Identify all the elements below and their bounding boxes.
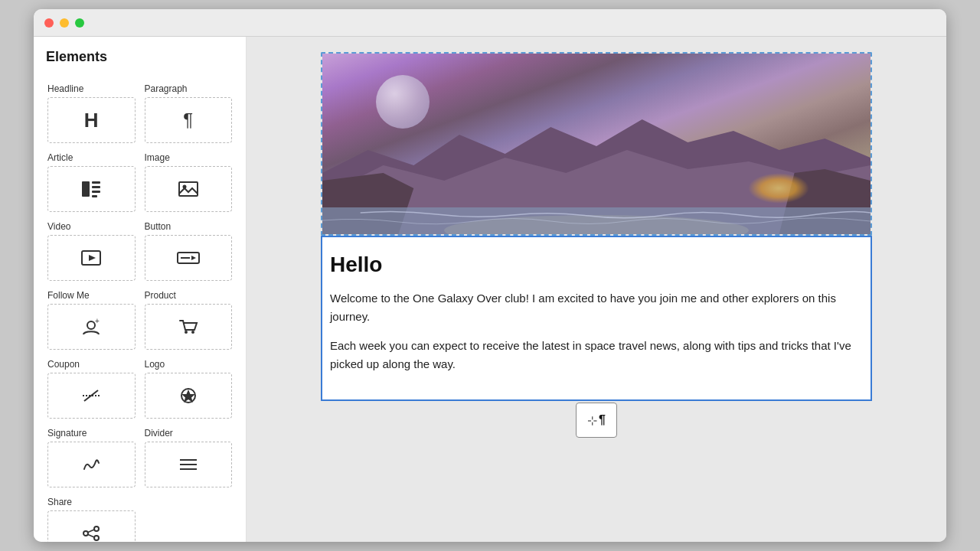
sidebar: Elements Headline H Paragraph ¶ Article xyxy=(34,37,247,542)
paragraph-label: Paragraph xyxy=(145,83,233,94)
email-para-2: Each week you can expect to receive the … xyxy=(330,337,863,373)
sidebar-title: Elements xyxy=(43,49,237,65)
follow-me-button[interactable]: + xyxy=(47,304,136,350)
svg-point-15 xyxy=(191,331,194,334)
app-window: Elements Headline H Paragraph ¶ Article xyxy=(34,9,946,542)
svg-marker-10 xyxy=(191,256,196,260)
button-element-cell: Button xyxy=(140,215,237,284)
email-hello-heading: Hello xyxy=(330,253,863,277)
share-cell: Share xyxy=(43,491,140,542)
product-label: Product xyxy=(145,290,233,301)
article-cell: Article xyxy=(43,146,140,215)
headline-label: Headline xyxy=(47,83,136,94)
signature-cell: Signature xyxy=(43,422,140,491)
video-button[interactable] xyxy=(47,235,136,281)
product-cell: Product xyxy=(140,284,237,353)
svg-rect-5 xyxy=(179,182,198,196)
titlebar xyxy=(34,9,946,37)
svg-point-26 xyxy=(94,536,99,540)
image-label: Image xyxy=(145,152,233,163)
svg-marker-8 xyxy=(89,255,96,261)
content-area: Elements Headline H Paragraph ¶ Article xyxy=(34,37,946,542)
svg-rect-4 xyxy=(92,195,97,197)
svg-line-27 xyxy=(88,530,94,533)
hero-image-block[interactable] xyxy=(321,52,872,236)
move-icon: ⊹ xyxy=(587,413,597,428)
canvas-inner: Hello Welcome to the One Galaxy Over clu… xyxy=(321,52,872,527)
paragraph-cell: Paragraph ¶ xyxy=(140,77,237,146)
video-cell: Video xyxy=(43,215,140,284)
article-button[interactable] xyxy=(47,166,136,212)
button-label: Button xyxy=(145,221,233,232)
headline-button[interactable]: H xyxy=(47,97,136,143)
drag-paragraph-widget[interactable]: ⊹ ¶ xyxy=(576,403,617,438)
svg-point-12 xyxy=(87,321,95,329)
svg-rect-1 xyxy=(92,181,100,184)
logo-label: Logo xyxy=(145,359,233,370)
coupon-cell: Coupon xyxy=(43,353,140,422)
headline-cell: Headline H xyxy=(43,77,140,146)
elements-grid: Headline H Paragraph ¶ Article xyxy=(43,77,237,542)
minimize-button[interactable] xyxy=(60,18,69,28)
signature-label: Signature xyxy=(47,428,136,439)
svg-point-24 xyxy=(83,531,88,536)
article-label: Article xyxy=(47,152,136,163)
close-button[interactable] xyxy=(44,18,54,28)
image-button[interactable] xyxy=(145,166,233,212)
follow-me-label: Follow Me xyxy=(47,290,136,301)
hero-image xyxy=(322,54,871,234)
button-element-button[interactable] xyxy=(145,235,233,281)
svg-line-28 xyxy=(88,535,94,538)
divider-cell: Divider xyxy=(140,422,237,491)
logo-cell: Logo xyxy=(140,353,237,422)
svg-rect-3 xyxy=(92,191,100,193)
video-label: Video xyxy=(47,221,136,232)
paragraph-button[interactable]: ¶ xyxy=(145,97,233,143)
coupon-label: Coupon xyxy=(47,359,136,370)
divider-label: Divider xyxy=(145,428,233,439)
paragraph-icon: ¶ xyxy=(599,413,606,427)
svg-point-25 xyxy=(94,527,99,531)
divider-button[interactable] xyxy=(145,442,233,487)
email-para-1: Welcome to the One Galaxy Over club! I a… xyxy=(330,289,863,326)
svg-point-14 xyxy=(185,331,188,334)
svg-text:+: + xyxy=(95,318,100,325)
image-cell: Image xyxy=(140,146,237,215)
svg-rect-2 xyxy=(92,186,100,188)
email-text-block[interactable]: Hello Welcome to the One Galaxy Over clu… xyxy=(321,236,872,401)
maximize-button[interactable] xyxy=(75,18,84,28)
canvas-area[interactable]: Hello Welcome to the One Galaxy Over clu… xyxy=(247,37,946,542)
coupon-button[interactable] xyxy=(47,373,136,419)
follow-me-cell: Follow Me + xyxy=(43,284,140,353)
product-button[interactable] xyxy=(145,304,233,350)
share-button[interactable] xyxy=(47,510,136,542)
signature-button[interactable] xyxy=(47,442,136,487)
svg-rect-0 xyxy=(82,181,90,197)
logo-button[interactable] xyxy=(145,373,233,419)
share-label: Share xyxy=(47,497,136,507)
